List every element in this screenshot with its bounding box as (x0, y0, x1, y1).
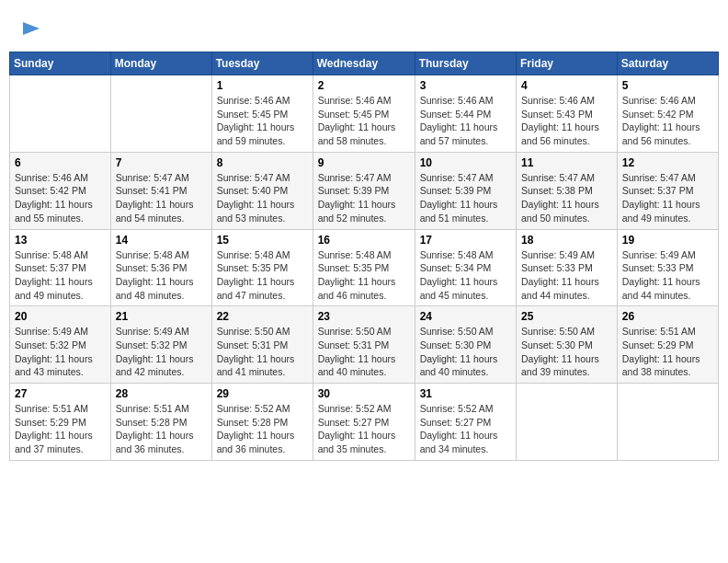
weekday-header-thursday: Thursday (415, 52, 516, 75)
day-number: 10 (420, 156, 511, 169)
day-number: 20 (15, 310, 106, 323)
calendar-cell: 30Sunrise: 5:52 AM Sunset: 5:27 PM Dayli… (313, 384, 415, 461)
day-number: 11 (521, 156, 612, 169)
day-number: 15 (217, 234, 308, 247)
calendar-cell: 1Sunrise: 5:46 AM Sunset: 5:45 PM Daylig… (211, 75, 313, 153)
calendar-cell: 11Sunrise: 5:47 AM Sunset: 5:38 PM Dayli… (517, 152, 618, 229)
day-number: 28 (116, 387, 207, 400)
day-content: Sunrise: 5:51 AM Sunset: 5:29 PM Dayligh… (622, 325, 713, 379)
calendar-cell: 25Sunrise: 5:50 AM Sunset: 5:30 PM Dayli… (517, 306, 618, 384)
calendar-cell: 22Sunrise: 5:50 AM Sunset: 5:31 PM Dayli… (211, 306, 313, 384)
calendar-cell: 3Sunrise: 5:46 AM Sunset: 5:44 PM Daylig… (415, 75, 516, 153)
day-number: 24 (420, 310, 511, 323)
calendar-cell: 9Sunrise: 5:47 AM Sunset: 5:39 PM Daylig… (313, 152, 415, 229)
calendar-cell: 10Sunrise: 5:47 AM Sunset: 5:39 PM Dayli… (415, 152, 516, 229)
calendar-cell: 28Sunrise: 5:51 AM Sunset: 5:28 PM Dayli… (110, 384, 211, 461)
day-number: 2 (318, 79, 410, 92)
calendar-cell: 14Sunrise: 5:48 AM Sunset: 5:36 PM Dayli… (110, 229, 211, 306)
calendar-week-row: 20Sunrise: 5:49 AM Sunset: 5:32 PM Dayli… (10, 306, 719, 384)
weekday-header-friday: Friday (517, 52, 618, 75)
weekday-header-wednesday: Wednesday (313, 52, 415, 75)
day-number: 14 (116, 234, 207, 247)
day-number: 9 (318, 156, 410, 169)
day-content: Sunrise: 5:52 AM Sunset: 5:27 PM Dayligh… (420, 402, 511, 456)
calendar-table: SundayMondayTuesdayWednesdayThursdayFrid… (9, 52, 719, 461)
day-number: 18 (521, 234, 612, 247)
day-content: Sunrise: 5:49 AM Sunset: 5:33 PM Dayligh… (622, 248, 713, 303)
calendar-cell: 24Sunrise: 5:50 AM Sunset: 5:30 PM Dayli… (415, 306, 516, 384)
calendar-week-row: 27Sunrise: 5:51 AM Sunset: 5:29 PM Dayli… (10, 384, 719, 461)
calendar-cell: 21Sunrise: 5:49 AM Sunset: 5:32 PM Dayli… (110, 306, 211, 384)
calendar-week-row: 1Sunrise: 5:46 AM Sunset: 5:45 PM Daylig… (10, 75, 719, 153)
day-content: Sunrise: 5:46 AM Sunset: 5:42 PM Dayligh… (622, 94, 713, 148)
weekday-header-saturday: Saturday (617, 52, 718, 75)
day-number: 19 (622, 234, 713, 247)
day-number: 16 (318, 234, 410, 247)
calendar-cell: 12Sunrise: 5:47 AM Sunset: 5:37 PM Dayli… (617, 152, 718, 229)
day-content: Sunrise: 5:48 AM Sunset: 5:35 PM Dayligh… (318, 248, 410, 303)
day-number: 29 (217, 387, 308, 400)
day-number: 30 (318, 387, 410, 400)
day-content: Sunrise: 5:49 AM Sunset: 5:32 PM Dayligh… (116, 325, 207, 379)
calendar-cell: 31Sunrise: 5:52 AM Sunset: 5:27 PM Dayli… (415, 384, 516, 461)
calendar-cell: 7Sunrise: 5:47 AM Sunset: 5:41 PM Daylig… (110, 152, 211, 229)
day-content: Sunrise: 5:50 AM Sunset: 5:31 PM Dayligh… (217, 325, 308, 379)
calendar-cell (110, 75, 211, 153)
day-content: Sunrise: 5:51 AM Sunset: 5:28 PM Dayligh… (116, 402, 207, 456)
day-content: Sunrise: 5:49 AM Sunset: 5:32 PM Dayligh… (15, 325, 106, 379)
day-content: Sunrise: 5:49 AM Sunset: 5:33 PM Dayligh… (521, 248, 612, 303)
day-content: Sunrise: 5:47 AM Sunset: 5:37 PM Dayligh… (622, 171, 713, 225)
day-number: 22 (217, 310, 308, 323)
calendar-cell: 27Sunrise: 5:51 AM Sunset: 5:29 PM Dayli… (10, 384, 111, 461)
day-number: 21 (116, 310, 207, 323)
calendar-cell: 16Sunrise: 5:48 AM Sunset: 5:35 PM Dayli… (313, 229, 415, 306)
day-content: Sunrise: 5:52 AM Sunset: 5:27 PM Dayligh… (318, 402, 410, 456)
calendar-cell: 4Sunrise: 5:46 AM Sunset: 5:43 PM Daylig… (517, 75, 618, 153)
day-number: 1 (217, 79, 308, 92)
day-number: 3 (420, 79, 511, 92)
weekday-header-monday: Monday (110, 52, 211, 75)
logo-arrow-icon (21, 18, 41, 39)
calendar-cell (617, 384, 718, 461)
calendar-cell: 23Sunrise: 5:50 AM Sunset: 5:31 PM Dayli… (313, 306, 415, 384)
day-content: Sunrise: 5:46 AM Sunset: 5:43 PM Dayligh… (521, 94, 612, 148)
calendar-cell: 15Sunrise: 5:48 AM Sunset: 5:35 PM Dayli… (211, 229, 313, 306)
day-content: Sunrise: 5:46 AM Sunset: 5:45 PM Dayligh… (318, 94, 410, 148)
calendar-header-row: SundayMondayTuesdayWednesdayThursdayFrid… (10, 52, 719, 75)
day-content: Sunrise: 5:47 AM Sunset: 5:40 PM Dayligh… (217, 171, 308, 225)
weekday-header-tuesday: Tuesday (211, 52, 313, 75)
day-number: 13 (15, 234, 106, 247)
day-number: 31 (420, 387, 511, 400)
page-header (9, 9, 719, 46)
day-content: Sunrise: 5:48 AM Sunset: 5:34 PM Dayligh… (420, 248, 511, 303)
calendar-cell (10, 75, 111, 153)
day-number: 8 (217, 156, 308, 169)
logo (18, 17, 41, 42)
svg-marker-0 (23, 22, 40, 35)
calendar-cell: 8Sunrise: 5:47 AM Sunset: 5:40 PM Daylig… (211, 152, 313, 229)
day-content: Sunrise: 5:46 AM Sunset: 5:44 PM Dayligh… (420, 94, 511, 148)
calendar-cell: 18Sunrise: 5:49 AM Sunset: 5:33 PM Dayli… (517, 229, 618, 306)
day-number: 5 (622, 79, 713, 92)
day-number: 12 (622, 156, 713, 169)
day-content: Sunrise: 5:47 AM Sunset: 5:41 PM Dayligh… (116, 171, 207, 225)
day-content: Sunrise: 5:48 AM Sunset: 5:35 PM Dayligh… (217, 248, 308, 303)
day-number: 6 (15, 156, 106, 169)
day-content: Sunrise: 5:47 AM Sunset: 5:39 PM Dayligh… (420, 171, 511, 225)
day-content: Sunrise: 5:48 AM Sunset: 5:37 PM Dayligh… (15, 248, 106, 303)
day-number: 23 (318, 310, 410, 323)
day-content: Sunrise: 5:50 AM Sunset: 5:31 PM Dayligh… (318, 325, 410, 379)
day-number: 7 (116, 156, 207, 169)
calendar-week-row: 13Sunrise: 5:48 AM Sunset: 5:37 PM Dayli… (10, 229, 719, 306)
calendar-cell: 2Sunrise: 5:46 AM Sunset: 5:45 PM Daylig… (313, 75, 415, 153)
weekday-header-sunday: Sunday (10, 52, 111, 75)
day-number: 27 (15, 387, 106, 400)
calendar-cell: 6Sunrise: 5:46 AM Sunset: 5:42 PM Daylig… (10, 152, 111, 229)
day-content: Sunrise: 5:46 AM Sunset: 5:45 PM Dayligh… (217, 94, 308, 148)
day-number: 4 (521, 79, 612, 92)
day-number: 26 (622, 310, 713, 323)
day-content: Sunrise: 5:47 AM Sunset: 5:39 PM Dayligh… (318, 171, 410, 225)
day-content: Sunrise: 5:50 AM Sunset: 5:30 PM Dayligh… (521, 325, 612, 379)
day-content: Sunrise: 5:51 AM Sunset: 5:29 PM Dayligh… (15, 402, 106, 456)
calendar-cell: 19Sunrise: 5:49 AM Sunset: 5:33 PM Dayli… (617, 229, 718, 306)
